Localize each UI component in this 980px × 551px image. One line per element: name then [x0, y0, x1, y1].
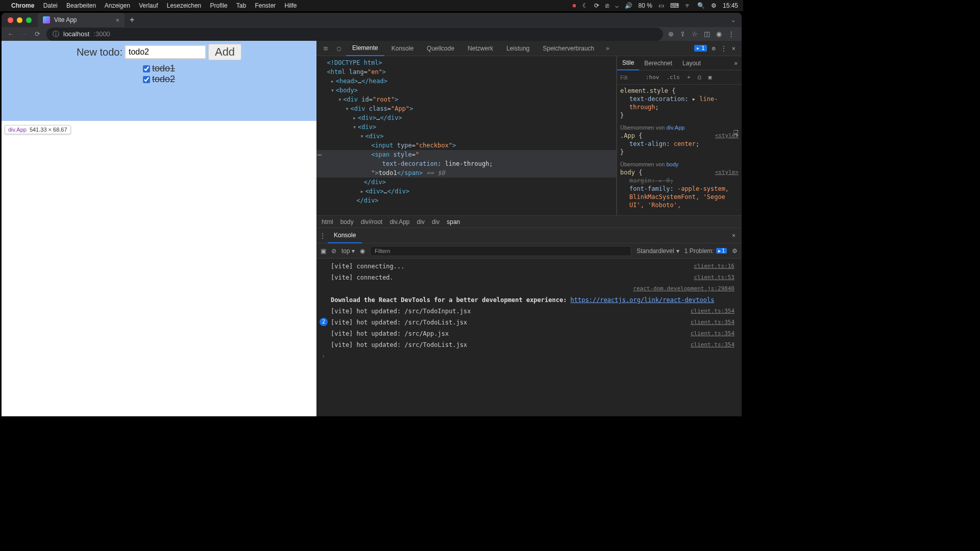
recording-icon[interactable]: ■ — [572, 2, 576, 9]
dnd-icon[interactable]: ☾ — [582, 2, 588, 9]
live-expression-button[interactable]: ◉ — [360, 247, 365, 255]
drawer-menu-button[interactable]: ⋮ — [320, 232, 326, 239]
console-output[interactable]: [vite] connecting...client.ts:16 [vite] … — [316, 259, 742, 416]
menu-fenster[interactable]: Fenster — [255, 2, 276, 9]
new-todo-input[interactable] — [125, 45, 206, 59]
spotlight-icon[interactable]: 🔍 — [697, 2, 705, 9]
crumb[interactable]: div — [432, 218, 439, 226]
hov-button[interactable]: :hov — [644, 74, 662, 81]
tab-netzwerk[interactable]: Netzwerk — [461, 41, 499, 56]
devtools-menu-button[interactable]: ⋮ — [721, 45, 727, 52]
new-tab-button[interactable]: + — [130, 15, 134, 24]
issues-indicator[interactable]: 1 Problem: ▸ 1 — [684, 247, 727, 255]
browser-tab[interactable]: Vite App × — [38, 13, 125, 27]
bookmark-icon[interactable]: ☆ — [692, 30, 698, 38]
styles-tab-stile[interactable]: Stile — [617, 56, 639, 70]
console-settings-button[interactable]: ⚙ — [732, 247, 738, 255]
devtools-close-button[interactable]: × — [732, 45, 736, 52]
omnibox[interactable]: ⓘ localhost:3000 — [46, 28, 663, 41]
reload-button[interactable]: ⟳ — [33, 30, 41, 38]
menu-bearbeiten[interactable]: Bearbeiten — [66, 2, 96, 9]
crumb[interactable]: div#root — [361, 218, 383, 226]
tab-quellcode[interactable]: Quellcode — [421, 41, 460, 56]
device-toggle-button[interactable]: ▢ — [333, 45, 345, 52]
clear-console-button[interactable]: ⊘ — [331, 247, 336, 255]
menu-lesezeichen[interactable]: Lesezeichen — [167, 2, 201, 9]
issues-badge[interactable]: ▸ 1 — [694, 45, 706, 52]
styles-rules[interactable]: element.style { text-decoration: ▸ line-… — [617, 85, 742, 215]
todo-checkbox[interactable] — [143, 65, 150, 72]
styles-toolbar: :hov .cls + ⎙ ▣ — [617, 70, 742, 85]
volume-icon[interactable]: 🔊 — [625, 2, 632, 9]
battery-text[interactable]: 80 % — [639, 2, 652, 9]
dom-breadcrumb: html body div#root div.App div div span — [316, 215, 742, 228]
status-icons: ■ ☾ ⟳ ⎚ ⌵ 🔊 80 % ▭ ⌨ ᯤ 🔍 ⚙ 15:45 — [572, 2, 738, 9]
app-name[interactable]: Chrome — [11, 2, 34, 9]
new-rule-button[interactable]: + — [685, 74, 693, 81]
console-sidebar-toggle[interactable]: ▣ — [321, 247, 326, 255]
fullscreen-window-button[interactable] — [26, 17, 32, 23]
todo-checkbox[interactable] — [143, 76, 150, 83]
more-tabs-button[interactable]: » — [601, 45, 614, 52]
sidepanel-icon[interactable]: ◫ — [704, 30, 710, 38]
menu-tab[interactable]: Tab — [236, 2, 246, 9]
close-window-button[interactable] — [8, 17, 13, 23]
minimize-window-button[interactable] — [17, 17, 22, 23]
menu-profile[interactable]: Profile — [210, 2, 228, 9]
todo-text: todo1 — [152, 63, 175, 74]
crumb-active[interactable]: span — [447, 218, 460, 226]
keyboard-icon[interactable]: ⌨ — [670, 2, 679, 9]
devtools: ⊡ ▢ Elemente Konsole Quellcode Netzwerk … — [316, 41, 742, 416]
tab-elemente[interactable]: Elemente — [346, 41, 384, 56]
profile-icon[interactable]: ◉ — [716, 30, 722, 38]
battery-icon[interactable]: ▭ — [658, 2, 664, 9]
chrome-titlebar: Vite App × + ⌄ — [2, 13, 742, 27]
cls-button[interactable]: .cls — [665, 74, 682, 81]
install-icon[interactable]: ⇪ — [680, 30, 685, 38]
wifi-icon[interactable]: ᯤ — [685, 2, 691, 9]
styles-tab-layout[interactable]: Layout — [677, 56, 706, 70]
drawer-close-button[interactable]: × — [729, 232, 739, 239]
context-selector[interactable]: top ▾ — [341, 247, 355, 255]
inspect-element-button[interactable]: ⊡ — [320, 45, 332, 52]
menu-datei[interactable]: Datei — [43, 2, 58, 9]
crumb[interactable]: div — [417, 218, 425, 226]
log-level-selector[interactable]: Standardlevel ▾ — [636, 247, 679, 255]
crumb[interactable]: div.App — [389, 218, 409, 226]
tab-leistung[interactable]: Leistung — [500, 41, 535, 56]
display-icon[interactable]: ⎚ — [605, 2, 609, 9]
console-prompt[interactable]: › — [316, 350, 742, 362]
drawer-tabs: ⋮ Konsole × — [316, 228, 742, 243]
control-center-icon[interactable]: ⚙ — [711, 2, 717, 9]
crumb[interactable]: body — [340, 218, 354, 226]
styles-sidebar: Stile Berechnet Layout » :hov .cls + ⎙ ▣ — [617, 56, 742, 215]
add-button[interactable]: Add — [208, 44, 241, 60]
chrome-menu-button[interactable]: ⋮ — [728, 30, 734, 38]
console-filter[interactable]: Filtern — [370, 246, 631, 256]
menu-verlauf[interactable]: Verlauf — [139, 2, 158, 9]
devtools-settings-button[interactable]: ⚙ — [712, 45, 716, 52]
close-tab-button[interactable]: × — [115, 16, 119, 24]
tab-speicher[interactable]: Speicherverbrauch — [537, 41, 601, 56]
computed-toggle-icon[interactable]: ▣ — [706, 74, 714, 81]
menu-anzeigen[interactable]: Anzeigen — [105, 2, 130, 9]
styles-tabs: Stile Berechnet Layout » — [617, 56, 742, 70]
crumb[interactable]: html — [322, 218, 333, 226]
back-button[interactable]: ← — [7, 30, 15, 38]
tab-konsole[interactable]: Konsole — [385, 41, 420, 56]
menu-hilfe[interactable]: Hilfe — [284, 2, 297, 9]
clock[interactable]: 15:45 — [723, 2, 738, 9]
sync-icon[interactable]: ⟳ — [594, 2, 599, 9]
drawer-tab-konsole[interactable]: Konsole — [328, 228, 362, 243]
zoom-icon[interactable]: ⊕ — [668, 30, 674, 38]
forward-button[interactable]: → — [20, 30, 28, 38]
print-styles-icon[interactable]: ⎙ — [696, 74, 703, 81]
bluetooth-icon[interactable]: ⌵ — [615, 2, 619, 9]
tab-overflow-button[interactable]: ⌄ — [731, 17, 736, 23]
dom-tree[interactable]: <!DOCTYPE html> <html lang="en"> ▸<head>… — [316, 56, 617, 215]
styles-tab-berechnet[interactable]: Berechnet — [639, 56, 677, 70]
url-host: localhost — [63, 30, 89, 38]
site-info-icon[interactable]: ⓘ — [53, 30, 59, 39]
styles-filter[interactable] — [620, 74, 641, 81]
styles-more-button[interactable]: » — [730, 60, 742, 67]
